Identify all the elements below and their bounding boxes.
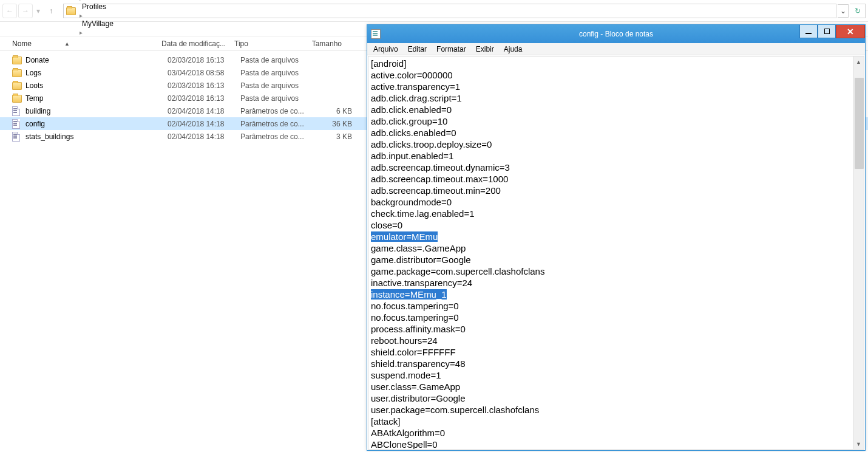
close-button[interactable]: ✕: [836, 25, 865, 38]
notepad-body: [android]active.color=000000active.trans…: [368, 56, 864, 450]
text-line: ABAtkAlgorithm=0: [371, 427, 861, 439]
nav-up-button[interactable]: ↑: [44, 4, 58, 18]
text-line: [android]: [371, 58, 861, 69]
address-bar[interactable]: MyBot▸Profiles▸MyVillage▸: [63, 4, 836, 18]
column-header-name[interactable]: Nome ▲: [0, 37, 158, 50]
file-size: 36 KB: [313, 120, 352, 128]
nav-back-button[interactable]: ←: [2, 4, 17, 18]
text-line: suspend.mode=1: [371, 369, 861, 381]
scroll-thumb[interactable]: [855, 78, 864, 169]
text-line: game.class=.GameApp: [371, 242, 861, 254]
text-line: active.color=000000: [371, 69, 861, 81]
file-type: Pasta de arquivos: [240, 56, 313, 64]
text-line: adb.clicks.troop.deploy.size=0: [371, 139, 861, 150]
text-line: adb.click.drag.script=1: [371, 92, 861, 104]
column-header-date[interactable]: Data de modificaç...: [158, 37, 231, 50]
text-line: game.distributor=Google: [371, 254, 861, 265]
notepad-app-icon: [371, 29, 381, 39]
file-type: Parâmetros de co...: [240, 107, 313, 115]
text-line: no.focus.tampering=0: [371, 312, 861, 323]
file-date: 02/03/2018 16:13: [168, 56, 240, 64]
address-dropdown[interactable]: ⌄: [838, 4, 849, 18]
text-line: adb.click.enabled=0: [371, 104, 861, 115]
breadcrumb-myvillage[interactable]: MyVillage: [80, 19, 116, 28]
menu-formatar[interactable]: Formatar: [432, 44, 471, 55]
column-header-type[interactable]: Tipo: [231, 37, 303, 50]
notepad-titlebar[interactable]: config - Bloco de notas ✕: [367, 25, 865, 43]
text-line: adb.screencap.timeout.max=1000: [371, 173, 861, 185]
ini-file-icon: [12, 132, 22, 142]
scroll-down-icon[interactable]: ▼: [854, 439, 863, 449]
text-line: check.time.lag.enabled=1: [371, 208, 861, 219]
text-line: adb.click.group=10: [371, 115, 861, 127]
breadcrumb-profiles[interactable]: Profiles: [80, 2, 116, 11]
file-date: 02/04/2018 14:18: [168, 120, 240, 128]
file-date: 02/04/2018 14:18: [168, 132, 240, 141]
text-line: [attack]: [371, 416, 861, 427]
file-type: Pasta de arquivos: [240, 81, 313, 90]
folder-icon: [12, 55, 22, 65]
notepad-title: config - Bloco de notas: [367, 30, 865, 38]
explorer-navbar: ← → ▾ ↑ MyBot▸Profiles▸MyVillage▸ ⌄ ↻: [0, 0, 868, 22]
text-line: backgroundmode=0: [371, 196, 861, 208]
text-line: user.package=com.supercell.clashofclans: [371, 404, 861, 416]
text-line: shield.color=FFFFFF: [371, 346, 861, 358]
column-header-size[interactable]: Tamanho: [303, 37, 346, 50]
file-name: building: [25, 107, 168, 115]
maximize-button[interactable]: [818, 25, 836, 38]
nav-recent-dropdown[interactable]: ▾: [34, 7, 42, 15]
refresh-button[interactable]: ↻: [850, 4, 866, 18]
ini-file-icon: [12, 119, 22, 129]
menu-exibir[interactable]: Exibir: [471, 44, 499, 55]
file-type: Pasta de arquivos: [240, 94, 313, 103]
column-header-name-label: Nome: [12, 39, 32, 48]
folder-icon: [66, 6, 76, 16]
file-type: Pasta de arquivos: [240, 69, 313, 77]
text-line: close=0: [371, 219, 861, 231]
text-line: active.transparency=1: [371, 81, 861, 92]
file-name: Donate: [25, 56, 168, 64]
text-line: game.package=com.supercell.clashofclans: [371, 265, 861, 277]
text-line: user.distributor=Google: [371, 392, 861, 404]
text-line: instance=MEmu_1: [371, 289, 861, 300]
minimize-button[interactable]: [799, 25, 818, 38]
text-line: adb.clicks.enabled=0: [371, 127, 861, 139]
file-name: Loots: [25, 81, 168, 90]
nav-forward-button[interactable]: →: [18, 4, 33, 18]
notepad-window: config - Bloco de notas ✕ ArquivoEditarF…: [367, 24, 866, 451]
sort-asc-icon: ▲: [64, 41, 70, 47]
text-line: adb.screencap.timeout.min=200: [371, 185, 861, 196]
file-type: Parâmetros de co...: [240, 120, 313, 128]
chevron-right-icon: ▸: [80, 0, 83, 2]
text-line: adb.input.enabled=1: [371, 150, 861, 162]
chevron-right-icon: ▸: [80, 29, 83, 36]
file-name: Logs: [25, 69, 168, 77]
chevron-right-icon: ▸: [80, 12, 83, 19]
folder-icon: [12, 68, 22, 78]
vertical-scrollbar[interactable]: ▲ ▼: [853, 56, 864, 449]
text-line: no.focus.tampering=0: [371, 300, 861, 312]
folder-icon: [12, 94, 22, 103]
text-line: inactive.transparency=24: [371, 277, 861, 289]
notepad-menubar: ArquivoEditarFormatarExibirAjuda: [367, 43, 865, 55]
menu-editar[interactable]: Editar: [403, 44, 432, 55]
text-line: adb.screencap.timeout.dynamic=3: [371, 162, 861, 173]
text-line: shield.transparency=48: [371, 358, 861, 369]
file-name: config: [25, 120, 168, 128]
file-type: Parâmetros de co...: [240, 132, 313, 141]
scroll-up-icon[interactable]: ▲: [854, 56, 863, 67]
file-name: stats_buildings: [25, 132, 168, 141]
notepad-textarea[interactable]: [android]active.color=000000active.trans…: [368, 56, 864, 450]
text-line: process.affinity.mask=0: [371, 323, 861, 335]
folder-icon: [12, 81, 22, 91]
text-line: ABCloneSpell=0: [371, 439, 861, 450]
menu-arquivo[interactable]: Arquivo: [368, 44, 403, 55]
text-line: user.class=.GameApp: [371, 381, 861, 392]
menu-ajuda[interactable]: Ajuda: [499, 44, 527, 55]
text-line: emulator=MEmu: [371, 231, 861, 242]
ini-file-icon: [12, 106, 22, 116]
file-name: Temp: [25, 94, 168, 103]
file-date: 02/03/2018 16:13: [168, 94, 240, 103]
file-date: 02/03/2018 16:13: [168, 81, 240, 90]
file-size: 3 KB: [313, 132, 352, 141]
